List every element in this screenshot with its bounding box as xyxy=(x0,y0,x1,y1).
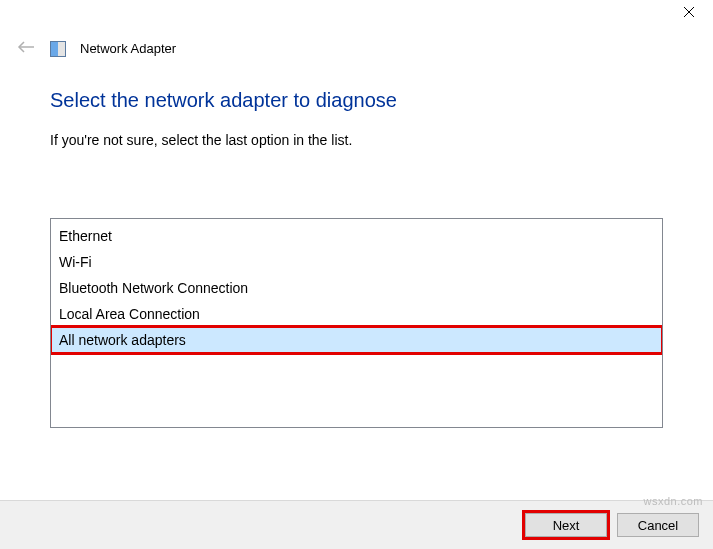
header: Network Adapter xyxy=(0,28,713,65)
back-arrow-icon[interactable] xyxy=(16,40,36,57)
footer: Next Cancel xyxy=(0,500,713,549)
list-item[interactable]: Wi-Fi xyxy=(51,249,662,275)
cancel-button[interactable]: Cancel xyxy=(617,513,699,537)
troubleshooter-window: Network Adapter Select the network adapt… xyxy=(0,0,713,549)
list-item-selected[interactable]: All network adapters xyxy=(51,327,662,353)
titlebar xyxy=(0,0,713,28)
content-area: Select the network adapter to diagnose I… xyxy=(0,65,713,500)
page-heading: Select the network adapter to diagnose xyxy=(50,89,663,112)
watermark: wsxdn.com xyxy=(643,495,703,507)
next-button[interactable]: Next xyxy=(525,513,607,537)
list-item[interactable]: Bluetooth Network Connection xyxy=(51,275,662,301)
close-icon[interactable] xyxy=(683,6,695,18)
adapter-listbox[interactable]: Ethernet Wi-Fi Bluetooth Network Connect… xyxy=(50,218,663,428)
network-adapter-icon xyxy=(50,41,66,57)
list-item[interactable]: Local Area Connection xyxy=(51,301,662,327)
app-title: Network Adapter xyxy=(80,41,176,56)
list-item[interactable]: Ethernet xyxy=(51,223,662,249)
page-subtext: If you're not sure, select the last opti… xyxy=(50,132,663,148)
